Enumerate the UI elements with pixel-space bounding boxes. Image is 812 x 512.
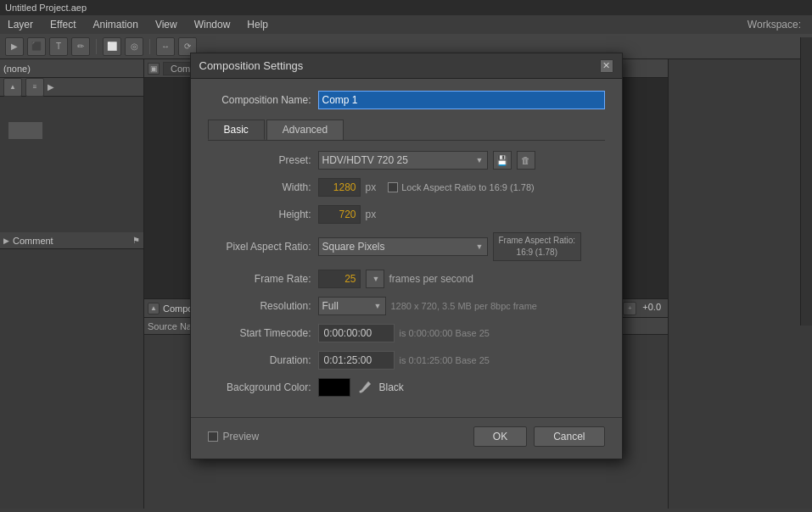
- dialog-close-button[interactable]: ✕: [600, 59, 613, 73]
- comp-name-row: Composition Name:: [208, 91, 605, 109]
- preset-value: HDV/HDTV 720 25: [322, 154, 408, 166]
- pixel-aspect-arrow: ▼: [476, 242, 484, 251]
- duration-label: Duration:: [208, 354, 318, 366]
- height-row: Height: px: [208, 205, 605, 224]
- duration-input[interactable]: [318, 351, 395, 370]
- dialog-overlay: Composition Settings ✕ Composition Name:…: [0, 0, 812, 512]
- footer-right: OK Cancel: [473, 426, 605, 447]
- dialog-body: Composition Name: Basic Advanced Preset:…: [191, 79, 622, 414]
- start-timecode-info: is 0:00:00:00 Base 25: [400, 328, 490, 338]
- resolution-row: Resolution: Full ▼ 1280 x 720, 3.5 MB pe…: [208, 297, 605, 315]
- eyedropper-icon: [357, 380, 372, 395]
- height-input[interactable]: [318, 205, 361, 224]
- composition-settings-dialog: Composition Settings ✕ Composition Name:…: [190, 53, 623, 459]
- start-timecode-input[interactable]: [318, 324, 395, 342]
- pixel-aspect-row: Pixel Aspect Ratio: Square Pixels ▼ Fram…: [208, 232, 605, 261]
- preset-arrow: ▼: [476, 156, 484, 164]
- bg-color-swatch[interactable]: [318, 378, 350, 397]
- width-row: Width: px Lock Aspect Ratio to 16:9 (1.7…: [208, 178, 605, 197]
- preset-row: Preset: HDV/HDTV 720 25 ▼ 💾 🗑: [208, 151, 605, 170]
- svg-point-0: [359, 391, 361, 393]
- lock-label: Lock Aspect Ratio to 16:9 (1.78): [401, 182, 535, 192]
- height-label: Height:: [208, 209, 318, 220]
- duration-row: Duration: is 0:01:25:00 Base 25: [208, 351, 605, 370]
- resolution-control: Full ▼ 1280 x 720, 3.5 MB per 8bpc frame: [318, 297, 605, 315]
- pixel-aspect-label: Pixel Aspect Ratio:: [208, 241, 318, 253]
- frame-rate-label: Frame Rate:: [208, 273, 318, 285]
- preset-delete-btn[interactable]: 🗑: [517, 151, 535, 170]
- settings-tabs: Basic Advanced: [208, 120, 605, 141]
- resolution-arrow: ▼: [374, 302, 382, 310]
- resolution-dropdown[interactable]: Full ▼: [318, 297, 386, 315]
- frame-aspect-label: Frame Aspect Ratio:: [499, 236, 576, 245]
- preset-save-btn[interactable]: 💾: [493, 151, 512, 170]
- frame-aspect-value: 16:9 (1.78): [517, 248, 557, 257]
- width-unit: px: [366, 181, 377, 193]
- lock-aspect-checkbox[interactable]: [388, 182, 398, 192]
- preview-label: Preview: [223, 431, 260, 442]
- resolution-value: Full: [322, 300, 339, 312]
- bg-color-control: Black: [318, 378, 605, 397]
- cancel-button[interactable]: Cancel: [534, 426, 604, 447]
- height-unit: px: [366, 209, 377, 220]
- pixel-aspect-dropdown[interactable]: Square Pixels ▼: [318, 237, 488, 256]
- comp-name-input[interactable]: [318, 91, 605, 109]
- resolution-label: Resolution:: [208, 300, 318, 312]
- dialog-title: Composition Settings: [199, 59, 304, 72]
- resolution-info: 1280 x 720, 3.5 MB per 8bpc frame: [391, 301, 537, 311]
- start-timecode-control: is 0:00:00:00 Base 25: [318, 324, 605, 342]
- pixel-aspect-control: Square Pixels ▼ Frame Aspect Ratio: 16:9…: [318, 232, 605, 261]
- frame-rate-dropdown[interactable]: ▼: [366, 270, 384, 288]
- pixel-aspect-value: Square Pixels: [322, 241, 385, 253]
- width-control: px Lock Aspect Ratio to 16:9 (1.78): [318, 178, 605, 197]
- bg-color-name: Black: [379, 381, 404, 393]
- width-input[interactable]: [318, 178, 361, 197]
- preset-label: Preset:: [208, 154, 318, 166]
- duration-control: is 0:01:25:00 Base 25: [318, 351, 605, 370]
- preview-checkbox[interactable]: [208, 431, 218, 442]
- height-control: px: [318, 205, 605, 224]
- ok-button[interactable]: OK: [473, 426, 527, 447]
- frame-rate-arrow: ▼: [372, 275, 380, 283]
- preset-dropdown[interactable]: HDV/HDTV 720 25 ▼: [318, 151, 488, 170]
- tab-advanced[interactable]: Advanced: [266, 120, 344, 140]
- frame-rate-control: ▼ frames per second: [318, 270, 605, 288]
- tab-basic[interactable]: Basic: [208, 120, 265, 140]
- frame-rate-row: Frame Rate: ▼ frames per second: [208, 270, 605, 288]
- duration-info: is 0:01:25:00 Base 25: [400, 355, 490, 365]
- footer-left: Preview: [208, 431, 260, 442]
- dialog-titlebar: Composition Settings ✕: [191, 53, 622, 79]
- bg-color-row: Background Color: Black: [208, 378, 605, 397]
- start-timecode-row: Start Timecode: is 0:00:00:00 Base 25: [208, 324, 605, 342]
- dialog-footer: Preview OK Cancel: [191, 417, 622, 459]
- fps-label: frames per second: [389, 273, 473, 285]
- comp-name-label: Composition Name:: [208, 94, 318, 106]
- frame-aspect-box: Frame Aspect Ratio: 16:9 (1.78): [493, 232, 582, 261]
- start-timecode-label: Start Timecode:: [208, 327, 318, 339]
- lock-row: Lock Aspect Ratio to 16:9 (1.78): [388, 182, 535, 192]
- width-label: Width:: [208, 181, 318, 193]
- eyedropper-btn[interactable]: [356, 378, 374, 397]
- frame-rate-input[interactable]: [318, 270, 361, 288]
- bg-color-label: Background Color:: [208, 381, 318, 393]
- preset-control: HDV/HDTV 720 25 ▼ 💾 🗑: [318, 151, 605, 170]
